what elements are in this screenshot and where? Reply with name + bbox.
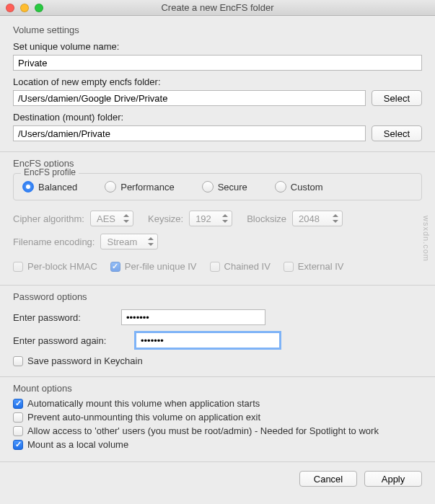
cipher-select[interactable]: AES xyxy=(90,211,133,226)
divider xyxy=(0,151,435,152)
checkbox-icon xyxy=(13,440,23,450)
checkbox-icon xyxy=(13,399,23,409)
divider xyxy=(0,285,435,286)
profile-secure-radio[interactable]: Secure xyxy=(202,181,247,193)
allow-other-checkbox[interactable]: Allow access to 'other' users (you must … xyxy=(13,425,422,436)
apply-button[interactable]: Apply xyxy=(364,471,422,487)
password-again-input[interactable] xyxy=(136,332,280,348)
per-block-hmac-label: Per-block HMAC xyxy=(27,261,97,272)
blocksize-select[interactable]: 2048 xyxy=(292,211,343,226)
volume-name-label: Set unique volume name: xyxy=(13,41,422,52)
radio-icon xyxy=(105,181,116,193)
checkbox-icon xyxy=(13,262,23,272)
per-file-iv-label: Per-file unique IV xyxy=(125,261,197,272)
minimize-window-button[interactable] xyxy=(20,4,29,12)
location-label: Location of new empty encfs folder: xyxy=(13,76,422,87)
keysize-label: Keysize: xyxy=(148,213,183,224)
radio-icon xyxy=(22,181,34,193)
titlebar: Create a new EncFS folder xyxy=(0,0,435,16)
zoom-window-button[interactable] xyxy=(35,4,43,12)
mount-options-label: Mount options xyxy=(13,383,422,394)
cancel-button[interactable]: Cancel xyxy=(299,471,357,487)
local-volume-label: Mount as a local volume xyxy=(27,439,128,450)
checkbox-icon xyxy=(13,426,23,436)
password-input[interactable] xyxy=(121,309,265,325)
destination-input[interactable] xyxy=(13,125,366,141)
profile-performance-label: Performance xyxy=(120,182,174,193)
save-keychain-checkbox[interactable]: Save password in Keychain xyxy=(13,355,422,366)
profile-custom-radio[interactable]: Custom xyxy=(275,181,323,193)
destination-label: Destination (mount) folder: xyxy=(13,112,422,123)
radio-icon xyxy=(202,181,214,193)
traffic-lights xyxy=(6,4,43,12)
blocksize-label: Blocksize xyxy=(247,213,286,224)
auto-mount-checkbox[interactable]: Automatically mount this volume when app… xyxy=(13,398,422,409)
chained-iv-checkbox[interactable]: Chained IV xyxy=(210,261,271,272)
radio-icon xyxy=(275,181,286,193)
filename-encoding-label: Filename encoding: xyxy=(13,236,95,247)
local-volume-checkbox[interactable]: Mount as a local volume xyxy=(13,439,422,450)
checkbox-icon xyxy=(210,262,220,272)
external-iv-label: External IV xyxy=(298,261,344,272)
close-window-button[interactable] xyxy=(6,4,14,12)
filename-encoding-select[interactable]: Stream xyxy=(100,234,158,249)
location-select-button[interactable]: Select xyxy=(372,90,422,106)
watermark: wsxdn.com xyxy=(422,216,431,262)
per-file-iv-checkbox[interactable]: Per-file unique IV xyxy=(110,261,197,272)
auto-mount-label: Automatically mount this volume when app… xyxy=(27,398,260,409)
keysize-select[interactable]: 192 xyxy=(189,211,232,226)
volume-name-input[interactable] xyxy=(13,55,422,71)
allow-other-label: Allow access to 'other' users (you must … xyxy=(27,425,379,436)
checkbox-icon xyxy=(13,356,23,366)
password-options-label: Password options xyxy=(13,291,422,302)
cipher-label: Cipher algorithm: xyxy=(13,213,84,224)
profile-secure-label: Secure xyxy=(218,182,247,193)
location-input[interactable] xyxy=(13,90,366,106)
dialog-content: wsxdn.com Volume settings Set unique vol… xyxy=(0,16,435,461)
encfs-profile-legend: EncFS profile xyxy=(21,167,79,177)
password-label: Enter password: xyxy=(13,312,114,323)
profile-custom-label: Custom xyxy=(291,182,323,193)
save-keychain-label: Save password in Keychain xyxy=(27,355,143,366)
profile-balanced-label: Balanced xyxy=(38,182,77,193)
password-again-label: Enter password again: xyxy=(13,335,128,346)
prevent-unmount-checkbox[interactable]: Prevent auto-unmounting this volume on a… xyxy=(13,412,422,423)
divider xyxy=(0,376,435,377)
profile-balanced-radio[interactable]: Balanced xyxy=(22,181,77,193)
checkbox-icon xyxy=(284,262,294,272)
checkbox-icon xyxy=(110,262,120,272)
encfs-profile-group: EncFS profile Balanced Performance Secur… xyxy=(13,173,422,200)
profile-performance-radio[interactable]: Performance xyxy=(105,181,174,193)
destination-select-button[interactable]: Select xyxy=(372,125,422,141)
window-title: Create a new EncFS folder xyxy=(161,2,273,13)
volume-settings-label: Volume settings xyxy=(13,25,422,35)
external-iv-checkbox[interactable]: External IV xyxy=(284,261,344,272)
chained-iv-label: Chained IV xyxy=(224,261,271,272)
checkbox-icon xyxy=(13,412,23,423)
per-block-hmac-checkbox[interactable]: Per-block HMAC xyxy=(13,261,97,272)
prevent-unmount-label: Prevent auto-unmounting this volume on a… xyxy=(27,412,260,423)
dialog-footer: Cancel Apply xyxy=(0,461,435,495)
